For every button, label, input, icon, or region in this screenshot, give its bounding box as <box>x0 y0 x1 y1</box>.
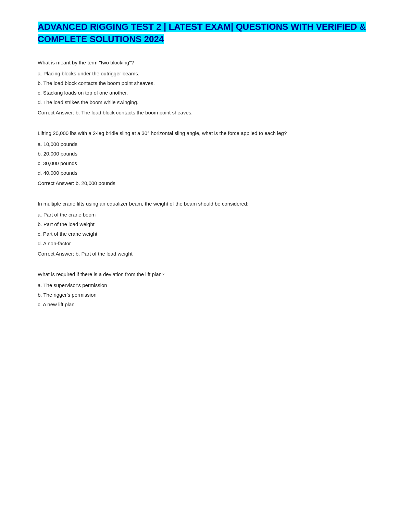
correct-answer-2: Correct Answer: b. 20,000 pounds <box>38 179 373 187</box>
answer-option-3-4: d. A non-factor <box>38 239 373 248</box>
answer-option-2-4: d. 40,000 pounds <box>38 169 373 177</box>
question-block-4: What is required if there is a deviation… <box>38 270 373 309</box>
answer-option-3-3: c. Part of the crane weight <box>38 230 373 238</box>
question-block-1: What is meant by the term "two blocking"… <box>38 59 373 117</box>
answer-option-3-1: a. Part of the crane boom <box>38 211 373 219</box>
question-text-2: Lifting 20,000 lbs with a 2-leg bridle s… <box>38 129 373 137</box>
question-block-3: In multiple crane lifts using an equaliz… <box>38 200 373 258</box>
answer-option-1-1: a. Placing blocks under the outrigger be… <box>38 70 373 78</box>
answer-option-1-4: d. The load strikes the boom while swing… <box>38 98 373 107</box>
page-title: ADVANCED RIGGING TEST 2 | LATEST EXAM| Q… <box>38 22 366 44</box>
question-text-3: In multiple crane lifts using an equaliz… <box>38 200 373 208</box>
answer-option-4-2: b. The rigger's permission <box>38 291 373 299</box>
answer-option-1-3: c. Stacking loads on top of one another. <box>38 89 373 97</box>
answer-option-1-2: b. The load block contacts the boom poin… <box>38 79 373 87</box>
question-text-4: What is required if there is a deviation… <box>38 270 373 279</box>
correct-answer-3: Correct Answer: b. Part of the load weig… <box>38 250 373 258</box>
question-block-2: Lifting 20,000 lbs with a 2-leg bridle s… <box>38 129 373 187</box>
answer-option-2-1: a. 10,000 pounds <box>38 140 373 148</box>
correct-answer-1: Correct Answer: b. The load block contac… <box>38 109 373 117</box>
question-text-1: What is meant by the term "two blocking"… <box>38 59 373 67</box>
answer-option-4-3: c. A new lift plan <box>38 300 373 309</box>
answer-option-3-2: b. Part of the load weight <box>38 220 373 228</box>
title-block: ADVANCED RIGGING TEST 2 | LATEST EXAM| Q… <box>38 21 373 46</box>
answer-option-4-1: a. The supervisor's permission <box>38 281 373 289</box>
answer-option-2-3: c. 30,000 pounds <box>38 159 373 168</box>
answer-option-2-2: b. 20,000 pounds <box>38 150 373 158</box>
